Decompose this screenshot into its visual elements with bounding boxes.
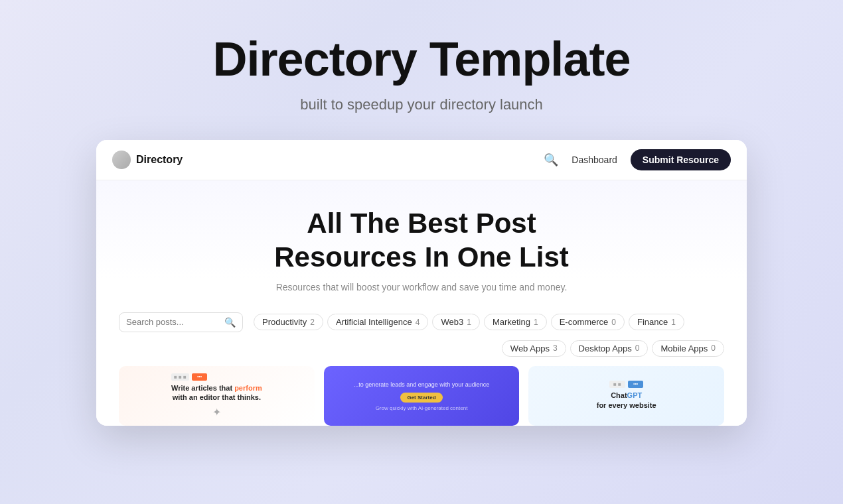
filter-tag-finance[interactable]: Finance 1 [629, 314, 684, 330]
card-1-icon: ✦ [171, 406, 262, 418]
browser-content: All The Best Post Resources In One List … [96, 180, 747, 426]
dashboard-link[interactable]: Dashboard [572, 155, 617, 165]
nav-logo: Directory [112, 151, 533, 169]
filter-tags-row1: Productivity 2 Artificial Intelligence 4… [254, 314, 684, 330]
filter-tag-productivity[interactable]: Productivity 2 [254, 314, 323, 330]
search-box[interactable]: 🔍 [119, 312, 243, 332]
cards-row: ■ ■ ■ ••• Write articles that performwit… [112, 366, 731, 426]
card-2-subtext: Grow quickly with AI-generated content [354, 405, 490, 411]
card-3[interactable]: ■ ■ ••• ChatGPTfor every website [528, 366, 724, 426]
filter-tag-webapps[interactable]: Web Apps 3 [502, 340, 566, 357]
hero-subtitle: built to speedup your directory launch [0, 96, 843, 113]
content-title: All The Best Post Resources In One List [112, 207, 731, 274]
search-input[interactable] [126, 317, 219, 327]
search-icon-small: 🔍 [224, 317, 236, 328]
card-3-text: ChatGPTfor every website [597, 391, 656, 411]
browser-window: Directory 🔍 Dashboard Submit Resource Al… [96, 140, 747, 426]
card-1-text: Write articles that performwith an edito… [171, 383, 262, 403]
navbar: Directory 🔍 Dashboard Submit Resource [96, 140, 747, 180]
content-subtitle: Resources that will boost your workflow … [112, 282, 731, 292]
card-2-text: ...to generate leads and engage with you… [354, 381, 490, 389]
card-1[interactable]: ■ ■ ■ ••• Write articles that performwit… [119, 366, 315, 426]
filter-tag-web3[interactable]: Web3 1 [432, 314, 479, 330]
filter-tag-marketing[interactable]: Marketing 1 [484, 314, 547, 330]
search-icon[interactable]: 🔍 [544, 153, 558, 167]
logo-text: Directory [136, 154, 183, 166]
filter-tags-row2: Web Apps 3 Desktop Apps 0 Mobile Apps 0 [112, 340, 731, 366]
filter-tag-mobileapps[interactable]: Mobile Apps 0 [652, 340, 724, 357]
search-filter-row: 🔍 Productivity 2 Artificial Intelligence… [112, 312, 731, 340]
logo-icon [112, 151, 131, 169]
filter-tag-desktopapps[interactable]: Desktop Apps 0 [570, 340, 649, 357]
card-2-cta: Get Started [400, 393, 442, 403]
card-3-top-bar: ■ ■ ••• [597, 381, 656, 388]
content-hero: All The Best Post Resources In One List … [112, 207, 731, 312]
filter-tag-ai[interactable]: Artificial Intelligence 4 [327, 314, 429, 330]
hero-section: Directory Template built to speedup your… [0, 0, 843, 133]
filter-tag-ecommerce[interactable]: E-commerce 0 [551, 314, 625, 330]
nav-right: 🔍 Dashboard Submit Resource [544, 149, 731, 170]
submit-resource-button[interactable]: Submit Resource [631, 149, 731, 170]
page-title: Directory Template [0, 33, 843, 86]
card-1-top-bar: ■ ■ ■ ••• [171, 373, 262, 381]
card-2[interactable]: ...to generate leads and engage with you… [324, 366, 520, 426]
